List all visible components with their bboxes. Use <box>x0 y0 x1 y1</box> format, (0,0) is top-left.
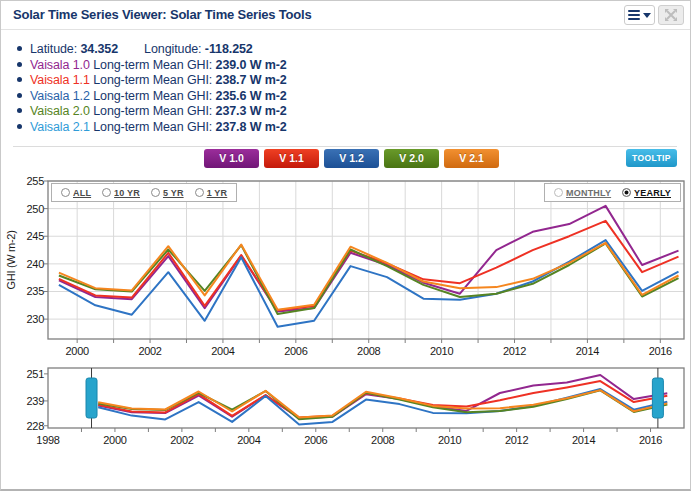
radio-label: 10 YR <box>114 188 140 198</box>
overview-chart[interactable]: 2282392511998200020022004200620082010201… <box>1 361 691 453</box>
version-button-v-2-0[interactable]: V 2.0 <box>384 149 439 168</box>
radio-label: MONTHLY <box>566 188 611 198</box>
svg-text:240: 240 <box>27 258 45 270</box>
mean-label: Long-term Mean GHI: <box>93 104 212 118</box>
radio-1-yr[interactable]: 1 YR <box>195 188 228 198</box>
solar-time-series-widget: Solar Time Series Viewer: Solar Time Ser… <box>0 0 691 491</box>
svg-text:2006: 2006 <box>304 434 327 446</box>
svg-text:2008: 2008 <box>371 434 394 446</box>
series-mean-row: Vaisala 2.0 Long-term Mean GHI: 237.3 W … <box>17 104 287 120</box>
mean-value: 235.6 W m-2 <box>216 89 287 103</box>
version-button-v-1-0[interactable]: V 1.0 <box>204 149 259 168</box>
svg-text:2000: 2000 <box>103 434 126 446</box>
svg-text:2010: 2010 <box>430 345 453 357</box>
radio-circle-icon <box>622 188 631 197</box>
granularity-radio-group: MONTHLYYEARLY <box>544 183 681 202</box>
svg-text:2014: 2014 <box>572 434 595 446</box>
radio-monthly[interactable]: MONTHLY <box>554 188 611 198</box>
bullet-icon <box>17 108 22 113</box>
mean-value: 238.7 W m-2 <box>216 73 287 87</box>
move-button[interactable] <box>658 5 684 25</box>
mean-value: 237.3 W m-2 <box>216 104 287 118</box>
latitude-label: Latitude: <box>30 42 77 56</box>
radio-all[interactable]: ALL <box>61 188 91 198</box>
series-name: Vaisala 2.0 <box>30 104 90 118</box>
mean-label: Long-term Mean GHI: <box>93 120 212 134</box>
svg-text:2014: 2014 <box>576 345 599 357</box>
bullet-icon <box>17 62 22 67</box>
svg-text:2002: 2002 <box>138 345 161 357</box>
menu-button[interactable] <box>624 5 655 25</box>
series-name: Vaisala 1.2 <box>30 89 90 103</box>
svg-text:245: 245 <box>27 230 45 242</box>
range-handle-left[interactable] <box>86 378 97 418</box>
radio-yearly[interactable]: YEARLY <box>622 188 671 198</box>
radio-circle-icon <box>554 188 563 197</box>
svg-text:228: 228 <box>27 420 45 432</box>
series-name: Vaisala 1.1 <box>30 73 90 87</box>
svg-text:2010: 2010 <box>438 434 461 446</box>
series-mean-row: Vaisala 1.1 Long-term Mean GHI: 238.7 W … <box>17 73 287 89</box>
mean-label: Long-term Mean GHI: <box>93 89 212 103</box>
svg-text:250: 250 <box>27 203 45 215</box>
svg-text:2004: 2004 <box>211 345 234 357</box>
radio-circle-icon <box>151 188 160 197</box>
svg-text:2012: 2012 <box>503 345 526 357</box>
main-plot-border <box>48 181 684 339</box>
version-button-v-1-1[interactable]: V 1.1 <box>264 149 319 168</box>
radio-circle-icon <box>61 188 70 197</box>
bullet-icon <box>17 77 22 82</box>
hamburger-icon <box>628 8 640 22</box>
y-axis-title: GHI (W m-2) <box>5 230 17 289</box>
range-selection <box>86 368 663 428</box>
series-mean-row: Vaisala 1.2 Long-term Mean GHI: 235.6 W … <box>17 89 287 105</box>
version-button-v-1-2[interactable]: V 1.2 <box>324 149 379 168</box>
period-radio-group: ALL10 YR5 YR1 YR <box>51 183 237 202</box>
radio-label: YEARLY <box>634 188 671 198</box>
series-mean-row: Vaisala 1.0 Long-term Mean GHI: 239.0 W … <box>17 58 287 74</box>
radio-10-yr[interactable]: 10 YR <box>102 188 140 198</box>
radio-label: ALL <box>73 188 91 198</box>
longitude-label: Longitude: <box>144 42 201 56</box>
version-button-v-2-1[interactable]: V 2.1 <box>444 149 499 168</box>
bullet-icon <box>17 93 22 98</box>
svg-text:235: 235 <box>27 285 45 297</box>
widget-header: Solar Time Series Viewer: Solar Time Ser… <box>1 1 690 30</box>
svg-text:230: 230 <box>27 313 45 325</box>
svg-text:2004: 2004 <box>237 434 260 446</box>
overview-series-lines <box>98 375 667 424</box>
summary-list: Latitude: 34.352Longitude: -118.252 Vais… <box>17 42 287 135</box>
svg-text:239: 239 <box>27 395 45 407</box>
tooltip-button[interactable]: TOOLTIP <box>626 149 677 167</box>
move-arrows-icon <box>664 8 678 22</box>
page-title: Solar Time Series Viewer: Solar Time Ser… <box>13 1 312 29</box>
svg-text:2006: 2006 <box>284 345 307 357</box>
svg-text:2016: 2016 <box>649 345 672 357</box>
mean-value: 239.0 W m-2 <box>216 58 287 72</box>
svg-text:2012: 2012 <box>505 434 528 446</box>
svg-text:2000: 2000 <box>66 345 89 357</box>
radio-5-yr[interactable]: 5 YR <box>151 188 184 198</box>
mean-value: 237.8 W m-2 <box>216 120 287 134</box>
radio-circle-icon <box>195 188 204 197</box>
bullet-icon <box>17 124 22 129</box>
range-handle-right[interactable] <box>652 378 663 418</box>
divider <box>13 146 677 147</box>
latitude-value: 34.352 <box>80 42 118 56</box>
svg-text:2008: 2008 <box>357 345 380 357</box>
chevron-down-icon <box>643 13 651 18</box>
svg-text:255: 255 <box>27 175 45 187</box>
main-chart-grid <box>48 181 684 339</box>
bullet-icon <box>17 46 22 51</box>
svg-text:2002: 2002 <box>170 434 193 446</box>
series-mean-rows: Vaisala 1.0 Long-term Mean GHI: 239.0 W … <box>17 58 287 136</box>
radio-label: 1 YR <box>207 188 228 198</box>
series-name: Vaisala 1.0 <box>30 58 90 72</box>
mean-label: Long-term Mean GHI: <box>93 58 212 72</box>
radio-circle-icon <box>102 188 111 197</box>
series-name: Vaisala 2.1 <box>30 120 90 134</box>
series-mean-row: Vaisala 2.1 Long-term Mean GHI: 237.8 W … <box>17 120 287 136</box>
svg-text:2016: 2016 <box>639 434 662 446</box>
mean-label: Long-term Mean GHI: <box>93 73 212 87</box>
longitude-value: -118.252 <box>205 42 253 56</box>
